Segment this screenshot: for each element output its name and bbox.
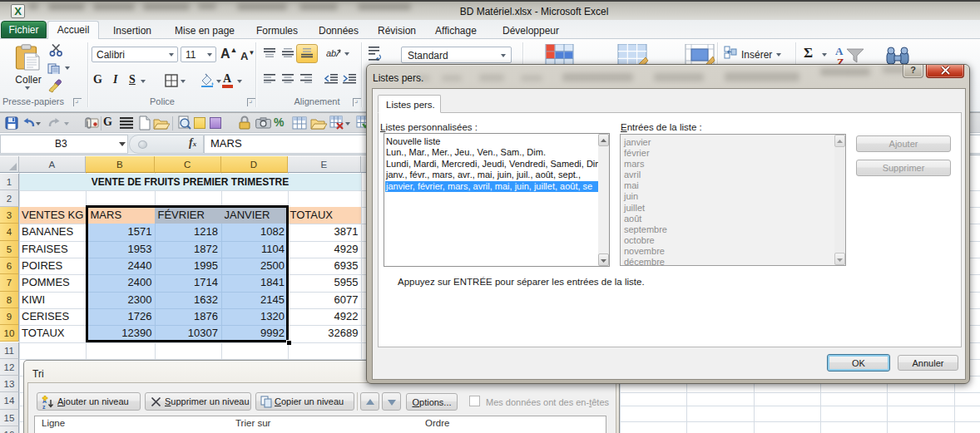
svg-text:z: z xyxy=(42,404,46,409)
svg-text:ab: ab xyxy=(326,48,336,58)
